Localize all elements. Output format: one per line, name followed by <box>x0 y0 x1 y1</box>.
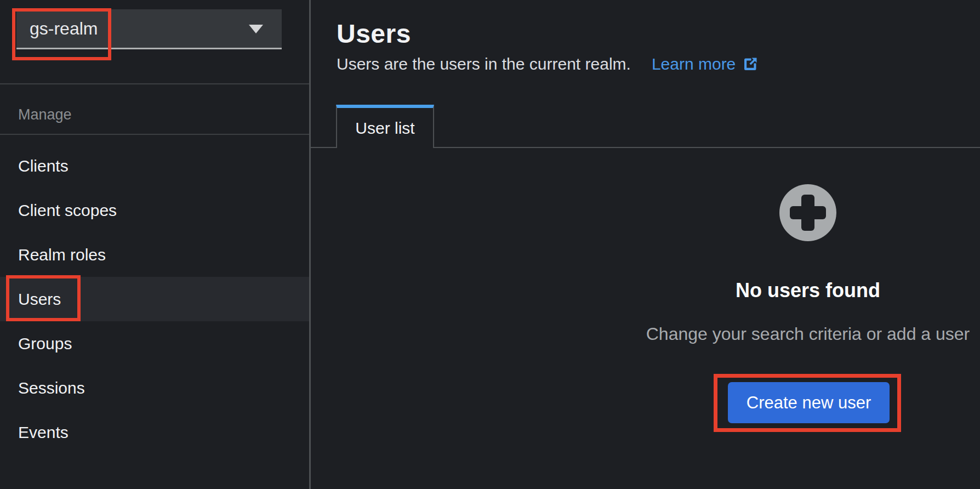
sidebar-item-sessions[interactable]: Sessions <box>0 366 309 410</box>
plus-bar <box>801 195 814 231</box>
external-link-icon <box>742 56 759 72</box>
sidebar-item-users[interactable]: Users <box>0 277 309 321</box>
sidebar-item-client-scopes[interactable]: Client scopes <box>0 188 309 232</box>
page-description: Users are the users in the current realm… <box>337 53 631 76</box>
sidebar-item-label: Groups <box>18 334 72 353</box>
sidebar-divider <box>0 83 309 84</box>
empty-state-description: Change your search criteria or add a use… <box>619 322 980 345</box>
sidebar-nav: Clients Client scopes Realm roles Users … <box>0 144 309 454</box>
sidebar-item-events[interactable]: Events <box>0 410 309 454</box>
sidebar-item-realm-roles[interactable]: Realm roles <box>0 232 309 277</box>
chevron-down-icon <box>249 25 263 33</box>
learn-more-label: Learn more <box>652 53 736 76</box>
keycloak-admin-console: gs-realm Manage Clients Client scopes Re… <box>0 0 980 489</box>
tab-user-list[interactable]: User list <box>336 105 434 148</box>
sidebar-item-label: Users <box>18 290 61 309</box>
sidebar-item-label: Client scopes <box>18 201 117 220</box>
sidebar-section-manage: Manage <box>18 105 72 124</box>
page-description-row: Users are the users in the current realm… <box>337 53 759 76</box>
create-new-user-button[interactable]: Create new user <box>728 382 890 423</box>
realm-selector[interactable]: gs-realm <box>16 9 282 49</box>
realm-selector-value: gs-realm <box>30 19 98 39</box>
add-circle-icon <box>779 184 836 241</box>
sidebar-divider <box>0 134 309 135</box>
empty-state-title: No users found <box>636 277 980 304</box>
sidebar-item-label: Clients <box>18 157 69 175</box>
sidebar-item-clients[interactable]: Clients <box>0 144 309 188</box>
learn-more-link[interactable]: Learn more <box>652 53 759 76</box>
sidebar-item-label: Realm roles <box>18 246 106 264</box>
sidebar-item-label: Events <box>18 423 69 442</box>
main-content: Users Users are the users in the current… <box>311 0 980 489</box>
sidebar-item-groups[interactable]: Groups <box>0 321 309 366</box>
page-title: Users <box>337 19 411 49</box>
sidebar: gs-realm Manage Clients Client scopes Re… <box>0 0 311 489</box>
tab-label: User list <box>355 119 414 138</box>
sidebar-item-label: Sessions <box>18 379 85 397</box>
